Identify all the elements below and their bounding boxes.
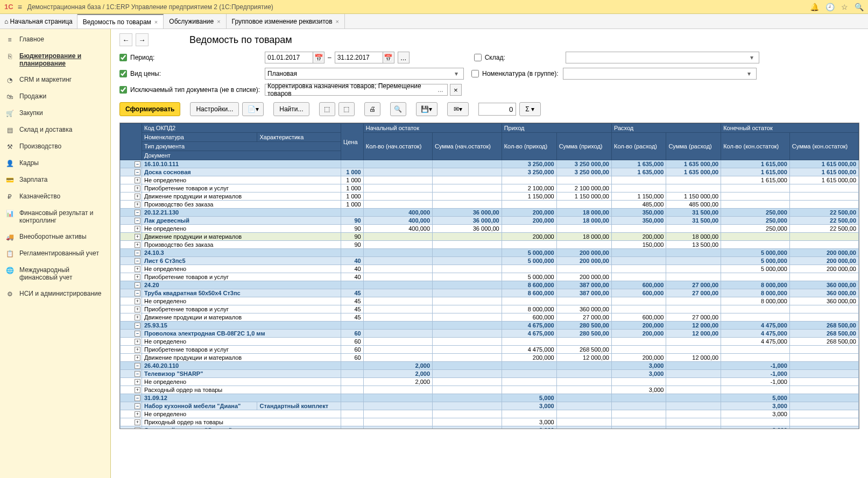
date-from-picker-button[interactable]: 📅	[313, 52, 324, 63]
tree-toggle[interactable]: –	[135, 395, 140, 401]
history-icon[interactable]: 🕘	[825, 3, 835, 11]
sidebar-item[interactable]: 🌐Международный финансовый учет	[0, 262, 110, 286]
tab[interactable]: Обслуживание×	[164, 14, 226, 28]
grid-row[interactable]: –Спальный гарнитур "Стелла"2,0002,000	[121, 426, 859, 430]
grid-row[interactable]: –31.09.125,0005,000	[121, 394, 859, 402]
grid-row[interactable]: –24.10.35 000,000200 000,005 000,000200 …	[121, 249, 859, 257]
tree-toggle[interactable]: –	[135, 323, 140, 329]
sidebar-item[interactable]: 📊Финансовый результат и контроллинг	[0, 205, 110, 229]
tree-toggle[interactable]: +	[135, 339, 140, 345]
tree-toggle[interactable]: +	[135, 387, 140, 393]
tab[interactable]: Групповое изменение реквизитов×	[227, 14, 345, 28]
tree-toggle[interactable]: +	[135, 266, 140, 272]
sidebar-item[interactable]: ⎘Бюджетирование и планирование	[0, 48, 110, 72]
tree-toggle[interactable]: +	[135, 177, 140, 183]
sidebar-item[interactable]: ⚙НСИ и администрирование	[0, 286, 110, 302]
tab-close-icon[interactable]: ×	[336, 18, 339, 25]
grid-row[interactable]: –Телевизор "SHARP"2,0003,000-1,000	[121, 370, 859, 378]
grid-row[interactable]: +Приобретение товаров и услуг405 000,000…	[121, 273, 859, 281]
tree-toggle[interactable]: +	[135, 226, 140, 232]
grid-row[interactable]: +Движение продукции и материалов45600,00…	[121, 313, 859, 322]
nav-forward-button[interactable]: →	[136, 33, 149, 46]
date-from-input[interactable]	[265, 52, 313, 63]
grid-row[interactable]: +Движение продукции и материалов1 0001 1…	[121, 192, 859, 201]
save-button[interactable]: 💾▾	[416, 102, 437, 116]
warehouse-checkbox[interactable]	[474, 54, 482, 61]
preview-button[interactable]: 🔍	[390, 102, 406, 116]
date-to-input[interactable]	[335, 52, 383, 63]
grid-row[interactable]: –25.93.154 675,000280 500,00200,00012 00…	[121, 322, 859, 330]
sidebar-item[interactable]: 👤Кадры	[0, 155, 110, 172]
sidebar-item[interactable]: ◔CRM и маркетинг	[0, 72, 110, 88]
tree-toggle[interactable]: +	[135, 186, 140, 191]
tree-toggle[interactable]: +	[135, 379, 140, 385]
settings-menu-button[interactable]: 📄▾	[242, 102, 264, 116]
grid-row[interactable]: –Труба квадратная 50х50х4 Ст3пс458 600,0…	[121, 289, 859, 297]
tree-toggle[interactable]: –	[135, 250, 140, 256]
sidebar-item[interactable]: 🛒Закупки	[0, 105, 110, 122]
grid-row[interactable]: +Приобретение товаров и услуг1 0002 100,…	[121, 184, 859, 192]
search-icon[interactable]: 🔍	[855, 3, 864, 11]
grid-row[interactable]: –Проволока электродная СВ-08Г2С 1,0 мм60…	[121, 330, 859, 338]
tab[interactable]: ⌂ Начальная страница	[0, 14, 77, 28]
tree-toggle[interactable]: –	[135, 282, 140, 288]
tree-toggle[interactable]: +	[135, 411, 140, 417]
grid-row[interactable]: –Лист 6 Ст3пс5405 000,000200 000,005 000…	[121, 257, 859, 265]
grid-row[interactable]: +Производство без заказа90150,00013 500,…	[121, 241, 859, 249]
tree-toggle[interactable]: –	[135, 258, 140, 264]
grid-row[interactable]: –Лак древесный90400,00036 000,00200,0001…	[121, 217, 859, 225]
tree-toggle[interactable]: –	[135, 427, 140, 430]
tree-toggle[interactable]: +	[135, 234, 140, 240]
find-button[interactable]: Найти...	[273, 102, 309, 116]
star-icon[interactable]: ☆	[841, 3, 848, 11]
grid-row[interactable]: –16.10.10.1113 250,0003 250 000,001 635,…	[121, 160, 859, 168]
tree-toggle[interactable]: –	[135, 331, 140, 337]
sidebar-item[interactable]: 💳Зарплата	[0, 172, 110, 188]
tree-toggle[interactable]: +	[135, 315, 140, 320]
expand-button[interactable]: ⬚	[319, 102, 335, 116]
date-more-button[interactable]: ...	[398, 52, 410, 63]
price-type-checkbox[interactable]	[119, 70, 127, 77]
tree-toggle[interactable]: –	[135, 371, 140, 377]
grid-row[interactable]: +Движение продукции и материалов60200,00…	[121, 354, 859, 362]
tree-toggle[interactable]: +	[135, 202, 140, 208]
price-type-dropdown[interactable]: Плановая▾	[265, 68, 464, 80]
tree-toggle[interactable]: +	[135, 242, 140, 248]
sidebar-item[interactable]: ₽Казначейство	[0, 188, 110, 205]
tree-toggle[interactable]: +	[135, 419, 140, 425]
period-checkbox[interactable]	[119, 54, 127, 61]
grid-row[interactable]: +Не определено3,000	[121, 410, 859, 418]
grid-row[interactable]: +Приходный ордер на товары3,000	[121, 418, 859, 426]
grid-row[interactable]: +Не определено1 0001 615,0001 615 000,00	[121, 176, 859, 184]
sigma-button[interactable]: Σ ▾	[519, 102, 541, 116]
sidebar-item[interactable]: ▤Склад и доставка	[0, 122, 110, 138]
grid-row[interactable]: +Производство без заказа1 000485,000485 …	[121, 201, 859, 209]
settings-button[interactable]: Настройки...	[190, 102, 239, 116]
grid-row[interactable]: –20.12.21.130400,00036 000,00200,00018 0…	[121, 209, 859, 217]
grid-row[interactable]: +Не определено458 000,000360 000,00	[121, 297, 859, 305]
date-to-picker-button[interactable]: 📅	[383, 52, 394, 63]
grid-row[interactable]: +Не определено604 475,000268 500,00	[121, 338, 859, 346]
tree-toggle[interactable]: +	[135, 274, 140, 280]
grid-row[interactable]: +Приобретение товаров и услуг458 000,000…	[121, 305, 859, 313]
nav-back-button[interactable]: ←	[119, 33, 132, 46]
grid-row[interactable]: –24.208 600,000387 000,00600,00027 000,0…	[121, 281, 859, 289]
sidebar-item[interactable]: 🛍Продажи	[0, 88, 110, 105]
grid-row[interactable]: –26.40.20.1102,0003,000-1,000	[121, 362, 859, 370]
grid-row[interactable]: +Не определено90400,00036 000,00250,0002…	[121, 225, 859, 233]
tab-close-icon[interactable]: ×	[154, 19, 158, 25]
grid-row[interactable]: +Приобретение товаров и услуг604 475,000…	[121, 346, 859, 354]
warehouse-dropdown[interactable]: ▾	[566, 52, 759, 63]
print-button[interactable]: 🖨	[364, 102, 380, 116]
tree-toggle[interactable]: –	[135, 210, 140, 216]
tree-toggle[interactable]: +	[135, 355, 140, 361]
tree-toggle[interactable]: –	[135, 403, 140, 409]
tree-toggle[interactable]: –	[135, 363, 140, 369]
sidebar-item[interactable]: ⚒Производство	[0, 138, 110, 155]
grid-row[interactable]: +Расходный ордер на товары3,000	[121, 386, 859, 394]
nomenclature-checkbox[interactable]	[471, 70, 479, 77]
mail-button[interactable]: ✉▾	[447, 102, 469, 116]
sidebar-item[interactable]: ≡Главное	[0, 31, 110, 48]
grid-row[interactable]: +Не определено2,000-1,000	[121, 378, 859, 386]
report-grid[interactable]: Код ОКПД2 Цена Начальный остаток Приход …	[119, 123, 859, 429]
